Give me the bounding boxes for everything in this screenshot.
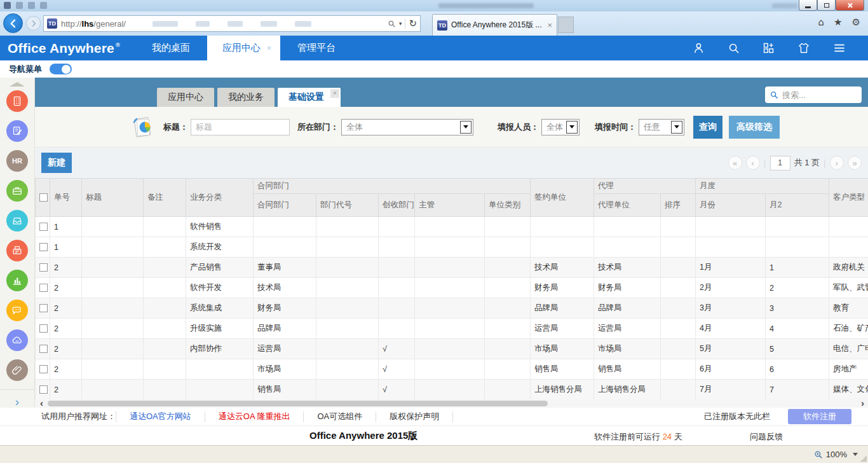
row-checkbox[interactable] xyxy=(39,284,48,292)
zoom-control[interactable]: 100% xyxy=(814,450,858,459)
row-select-cell xyxy=(36,298,50,319)
table-cell xyxy=(316,298,379,319)
save-icon xyxy=(16,2,23,9)
theme-shirt-icon[interactable] xyxy=(797,41,811,55)
scrollbar-thumb[interactable] xyxy=(48,401,548,406)
settings-gear-icon[interactable]: ⚙ xyxy=(852,17,860,28)
page-number-input[interactable] xyxy=(770,156,790,170)
last-page-button[interactable]: » xyxy=(848,156,862,170)
next-page-button[interactable]: › xyxy=(830,156,844,170)
new-tab-button[interactable] xyxy=(558,17,574,33)
sidebar-item-report[interactable] xyxy=(6,270,28,291)
module-tab-close-icon[interactable]: × xyxy=(330,89,339,98)
new-record-button[interactable]: 新建 xyxy=(41,153,72,173)
back-arrow-icon xyxy=(8,18,18,29)
official-site-link[interactable]: 通达OA官方网站 xyxy=(116,411,205,422)
sidebar-item-cloud[interactable] xyxy=(6,329,28,351)
components-link[interactable]: OA可选组件 xyxy=(303,411,376,422)
sidebar-item-chat[interactable] xyxy=(6,300,28,321)
select-all-checkbox[interactable] xyxy=(39,193,48,202)
scroll-left-icon[interactable]: ‹ xyxy=(40,397,43,408)
first-page-button[interactable]: « xyxy=(728,156,742,170)
copyright-link[interactable]: 版权保护声明 xyxy=(376,411,453,422)
row-checkbox[interactable] xyxy=(39,304,48,312)
scroll-right-icon[interactable]: › xyxy=(861,397,864,408)
cloud-oa-link[interactable]: 通达云OA 隆重推出 xyxy=(205,411,304,422)
nav-menu-desktop[interactable]: 我的桌面 xyxy=(135,36,207,60)
site-favicon: TD xyxy=(47,18,57,29)
home-icon[interactable]: ⌂ xyxy=(818,17,825,28)
restore-button[interactable] xyxy=(817,0,836,11)
zoom-level: 100% xyxy=(826,450,847,459)
menu-hamburger-icon[interactable] xyxy=(832,41,846,55)
search-dropdown-icon[interactable]: ▾ xyxy=(399,20,402,27)
sidebar-item-attachments[interactable] xyxy=(6,359,28,381)
table-cell: 媒体、文化 xyxy=(829,380,868,400)
nav-menu-toggle[interactable] xyxy=(50,64,72,74)
sidebar-item-fax[interactable] xyxy=(6,240,28,261)
table-cell xyxy=(415,237,485,258)
table-cell xyxy=(485,319,531,339)
table-row: 2升级实施品牌局运营局运营局4月4石油、矿产 xyxy=(36,319,868,339)
tab-close-icon[interactable]: × xyxy=(547,20,552,30)
address-bar[interactable]: TD http://lhs/general/ ▾ ↻ xyxy=(43,15,421,32)
module-tab-basic-settings[interactable]: 基础设置× xyxy=(278,88,341,107)
module-search-box[interactable] xyxy=(765,86,862,103)
hr-icon: HR xyxy=(12,157,22,165)
sidebar-item-inbox[interactable] xyxy=(6,210,28,232)
table-cell: 2 xyxy=(50,319,82,339)
row-checkbox[interactable] xyxy=(39,324,48,333)
nav-menu-admin[interactable]: 管理平台 xyxy=(280,36,353,60)
column-header: 创收部门 xyxy=(379,194,415,217)
close-button[interactable] xyxy=(836,0,864,11)
refresh-icon[interactable]: ↻ xyxy=(409,18,417,29)
row-checkbox[interactable] xyxy=(39,385,48,394)
software-register-button[interactable]: 软件注册 xyxy=(788,409,851,424)
browser-tab[interactable]: TD Office Anywhere 2015版 ... × xyxy=(432,14,557,36)
table-row: 2产品销售董事局技术局技术局1月1政府机关 xyxy=(36,258,868,278)
time-select[interactable]: 任意 xyxy=(639,119,684,135)
minimize-button[interactable] xyxy=(799,0,817,11)
table-cell: 2 xyxy=(50,298,82,319)
title-filter-input[interactable] xyxy=(191,119,290,135)
row-checkbox[interactable] xyxy=(39,263,48,272)
table-cell xyxy=(82,258,144,278)
dept-select[interactable]: 全体 xyxy=(341,119,473,135)
nav-menu-app-center[interactable]: 应用中心× xyxy=(207,36,280,60)
apps-grid-icon[interactable] xyxy=(762,41,775,55)
row-checkbox[interactable] xyxy=(39,365,48,373)
sidebar-collapse-up-icon[interactable] xyxy=(10,82,25,86)
query-button[interactable]: 查询 xyxy=(693,116,722,139)
sidebar-item-workflow[interactable] xyxy=(6,120,28,142)
user-icon[interactable] xyxy=(692,41,705,55)
module-tab-my-business[interactable]: 我的业务 xyxy=(217,88,275,107)
pagination: « ‹ | 共 1 页 | › » xyxy=(728,156,862,170)
search-icon[interactable] xyxy=(727,41,740,55)
zoom-dropdown-icon[interactable] xyxy=(853,453,858,456)
oa-logo: Office Anywhere® xyxy=(8,36,135,60)
row-checkbox[interactable] xyxy=(39,345,48,353)
address-search-icon[interactable] xyxy=(388,20,396,28)
favorites-star-icon[interactable]: ★ xyxy=(834,17,842,28)
module-tab-app-center[interactable]: 应用中心 xyxy=(157,88,214,107)
prev-page-button[interactable]: ‹ xyxy=(746,156,760,170)
nav-tab-close-icon[interactable]: × xyxy=(267,44,271,53)
table-cell xyxy=(661,359,696,380)
person-select[interactable]: 全体 xyxy=(541,119,580,135)
search-input[interactable] xyxy=(782,90,849,100)
sidebar-item-hr[interactable]: HR xyxy=(6,150,28,172)
feedback-link[interactable]: 问题反馈 xyxy=(750,431,783,443)
window-title-blurred xyxy=(438,3,534,8)
table-cell: 升级实施 xyxy=(186,319,254,339)
horizontal-scrollbar[interactable]: ‹ › xyxy=(35,399,868,408)
forward-button[interactable] xyxy=(26,16,41,31)
undo-icon xyxy=(28,2,35,9)
table-cell xyxy=(144,319,186,339)
advanced-filter-button[interactable]: 高级筛选 xyxy=(729,116,780,139)
row-checkbox[interactable] xyxy=(39,243,48,251)
tab-favicon: TD xyxy=(437,20,447,31)
row-checkbox[interactable] xyxy=(39,223,48,231)
sidebar-item-org[interactable] xyxy=(6,90,28,112)
sidebar-item-briefcase[interactable] xyxy=(6,180,28,202)
back-button[interactable] xyxy=(3,13,23,33)
